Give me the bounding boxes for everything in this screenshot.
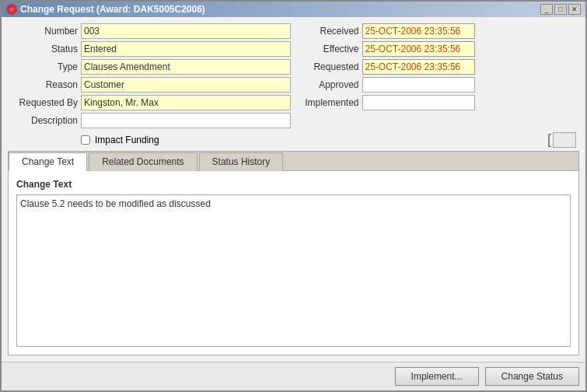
type-label: Type: [8, 61, 78, 72]
text-area-container: Clause 5.2 needs to be modified as discu…: [16, 194, 571, 347]
impact-funding-checkbox[interactable]: [81, 135, 90, 145]
number-input[interactable]: [81, 23, 291, 39]
number-label: Number: [8, 26, 78, 37]
bracket-open: [: [547, 131, 551, 148]
window-icon: ○: [6, 4, 17, 15]
title-bar: ○ Change Request (Award: DAK5005C2006) _…: [2, 2, 585, 17]
received-field-row: Received: [297, 23, 580, 39]
tab-change-text[interactable]: Change Text: [9, 152, 87, 171]
description-label: Description: [8, 115, 78, 126]
form-left: Number Status Type Reason Requested By: [8, 23, 291, 128]
main-content: Number Status Type Reason Requested By: [2, 17, 585, 362]
status-field-row: Status: [8, 41, 291, 57]
form-right: Received Effective Requested Approved Im…: [297, 23, 580, 128]
type-field-row: Type: [8, 59, 291, 75]
tabs-container: Change Text Related Documents Status His…: [8, 151, 579, 355]
reason-field-row: Reason: [8, 77, 291, 93]
form-grid: Number Status Type Reason Requested By: [8, 23, 579, 128]
received-input[interactable]: [362, 23, 475, 39]
impact-row: Impact Funding [: [8, 131, 579, 148]
received-label: Received: [297, 26, 359, 37]
footer: Implement... Change Status: [2, 362, 585, 390]
implemented-field-row: Implemented: [297, 95, 580, 110]
bracket-box: [553, 132, 576, 148]
maximize-button[interactable]: □: [554, 4, 567, 15]
title-bar-left: ○ Change Request (Award: DAK5005C2006): [6, 4, 205, 15]
impact-funding-label: Impact Funding: [95, 135, 159, 145]
requested-label: Requested: [297, 61, 359, 72]
bracket-area: [: [547, 131, 579, 148]
minimize-button[interactable]: _: [540, 4, 553, 15]
reason-label: Reason: [8, 79, 78, 90]
status-input[interactable]: [81, 41, 291, 57]
change-status-button[interactable]: Change Status: [485, 367, 579, 386]
title-controls: _ □ ✕: [540, 4, 581, 15]
requested-input[interactable]: [362, 59, 475, 75]
description-input[interactable]: [81, 113, 291, 128]
tab-status-history[interactable]: Status History: [199, 152, 284, 171]
requested-by-field-row: Requested By: [8, 95, 291, 110]
requested-field-row: Requested: [297, 59, 580, 75]
description-field-row: Description: [8, 113, 291, 128]
window-title: Change Request (Award: DAK5005C2006): [20, 4, 205, 15]
requested-by-input[interactable]: [81, 95, 291, 110]
implemented-label: Implemented: [297, 97, 359, 108]
requested-by-label: Requested By: [8, 97, 78, 108]
effective-field-row: Effective: [297, 41, 580, 57]
main-window: ○ Change Request (Award: DAK5005C2006) _…: [0, 0, 587, 392]
approved-field-row: Approved: [297, 77, 580, 93]
approved-input[interactable]: [362, 77, 475, 93]
type-input[interactable]: [81, 59, 291, 75]
tabs-header: Change Text Related Documents Status His…: [9, 152, 578, 171]
implemented-input[interactable]: [362, 95, 475, 110]
effective-label: Effective: [297, 44, 359, 54]
approved-label: Approved: [297, 79, 359, 90]
tab-related-documents[interactable]: Related Documents: [89, 152, 197, 171]
status-label: Status: [8, 44, 78, 54]
tab-section-label: Change Text: [16, 179, 571, 190]
close-button[interactable]: ✕: [568, 4, 581, 15]
reason-input[interactable]: [81, 77, 291, 93]
change-text-area[interactable]: Clause 5.2 needs to be modified as discu…: [16, 194, 571, 347]
effective-input[interactable]: [362, 41, 475, 57]
tab-content-area: Change Text Clause 5.2 needs to be modif…: [9, 171, 578, 355]
number-field-row: Number: [8, 23, 291, 39]
implement-button[interactable]: Implement...: [395, 367, 479, 386]
